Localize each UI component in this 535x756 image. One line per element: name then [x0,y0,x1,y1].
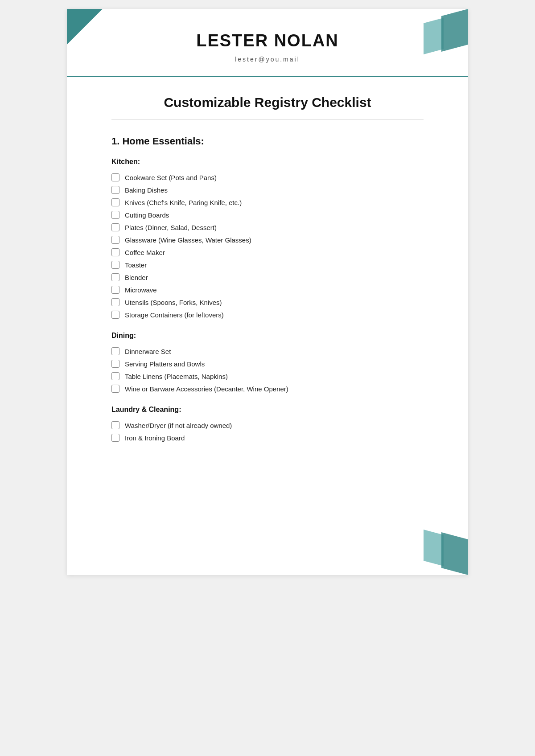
laundry-checklist: Washer/Dryer (if not already owned) Iron… [111,419,424,444]
checkbox[interactable] [111,248,119,256]
checkbox[interactable] [111,372,119,380]
page-title: Customizable Registry Checklist [111,95,424,119]
list-item: Table Linens (Placemats, Napkins) [111,370,424,382]
list-item: Utensils (Spoons, Forks, Knives) [111,296,424,308]
checkbox[interactable] [111,236,119,244]
subsection-title-kitchen: Kitchen: [111,158,424,166]
section-title-home-essentials: 1. Home Essentials: [111,136,424,147]
item-label: Microwave [125,286,157,294]
list-item: Serving Platters and Bowls [111,357,424,370]
item-label: Toaster [125,261,147,269]
checkbox[interactable] [111,347,119,355]
checkbox[interactable] [111,286,119,294]
checkbox[interactable] [111,186,119,194]
item-label: Blender [125,274,148,281]
list-item: Cookware Set (Pots and Pans) [111,171,424,184]
corner-br-decoration [424,526,468,575]
checkbox[interactable] [111,223,119,231]
corner-tl-decoration [67,9,103,45]
item-label: Glassware (Wine Glasses, Water Glasses) [125,236,251,244]
list-item: Wine or Barware Accessories (Decanter, W… [111,382,424,395]
item-label: Utensils (Spoons, Forks, Knives) [125,299,222,306]
kitchen-checklist: Cookware Set (Pots and Pans) Baking Dish… [111,171,424,321]
list-item: Washer/Dryer (if not already owned) [111,419,424,431]
list-item: Blender [111,271,424,284]
checkbox[interactable] [111,173,119,181]
header-email: lester@you.mail [103,56,432,63]
list-item: Baking Dishes [111,184,424,196]
checkbox[interactable] [111,385,119,393]
item-label: Cookware Set (Pots and Pans) [125,174,217,181]
checkbox[interactable] [111,360,119,368]
page: LESTER NOLAN lester@you.mail Customizabl… [67,9,468,575]
item-label: Cutting Boards [125,211,169,219]
list-item: Coffee Maker [111,246,424,259]
dining-checklist: Dinnerware Set Serving Platters and Bowl… [111,345,424,395]
checkbox[interactable] [111,298,119,306]
item-label: Storage Containers (for leftovers) [125,311,224,319]
list-item: Toaster [111,259,424,271]
section-home-essentials: 1. Home Essentials: Kitchen: Cookware Se… [111,136,424,444]
item-label: Iron & Ironing Board [125,434,185,442]
list-item: Glassware (Wine Glasses, Water Glasses) [111,234,424,246]
list-item: Plates (Dinner, Salad, Dessert) [111,221,424,234]
checkbox[interactable] [111,434,119,442]
item-label: Dinnerware Set [125,348,171,355]
item-label: Wine or Barware Accessories (Decanter, W… [125,385,288,393]
checkbox[interactable] [111,198,119,206]
checkbox[interactable] [111,261,119,269]
subsection-title-dining: Dining: [111,332,424,340]
list-item: Knives (Chef's Knife, Paring Knife, etc.… [111,196,424,209]
subsection-laundry-cleaning: Laundry & Cleaning: Washer/Dryer (if not… [111,406,424,444]
subsection-kitchen: Kitchen: Cookware Set (Pots and Pans) Ba… [111,158,424,321]
subsection-dining: Dining: Dinnerware Set Serving Platters … [111,332,424,395]
list-item: Storage Containers (for leftovers) [111,308,424,321]
item-label: Coffee Maker [125,249,165,256]
checkbox[interactable] [111,311,119,319]
item-label: Serving Platters and Bowls [125,360,205,368]
item-label: Table Linens (Placemats, Napkins) [125,373,228,380]
list-item: Dinnerware Set [111,345,424,357]
checkbox[interactable] [111,211,119,219]
checkbox[interactable] [111,273,119,281]
item-label: Baking Dishes [125,186,168,194]
list-item: Iron & Ironing Board [111,431,424,444]
item-label: Knives (Chef's Knife, Paring Knife, etc.… [125,199,242,206]
list-item: Microwave [111,284,424,296]
list-item: Cutting Boards [111,209,424,221]
corner-tr-decoration [424,9,468,58]
subsection-title-laundry: Laundry & Cleaning: [111,406,424,414]
header: LESTER NOLAN lester@you.mail [67,9,468,77]
header-name: LESTER NOLAN [103,31,432,50]
item-label: Washer/Dryer (if not already owned) [125,422,232,429]
main-content: Customizable Registry Checklist 1. Home … [67,82,468,481]
item-label: Plates (Dinner, Salad, Dessert) [125,224,217,231]
checkbox[interactable] [111,421,119,429]
